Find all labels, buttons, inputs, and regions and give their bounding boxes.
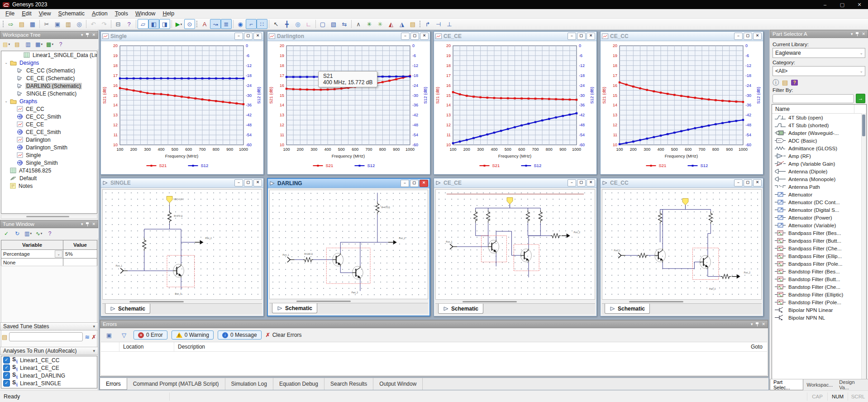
graph-canvas[interactable]: 10111213141516171819200-6-12-18-24-30-36… [434, 41, 596, 174]
part-item[interactable]: Antenna Path [772, 183, 866, 191]
tab-schematic[interactable]: Schematic [272, 303, 317, 313]
net-label-icon[interactable]: ⊣ [433, 19, 444, 29]
tree-item[interactable]: CE_CE (Schematic) [1, 74, 97, 82]
recalculate-icon[interactable]: ↻ [12, 229, 22, 238]
tree-item[interactable]: CE_CE [1, 120, 97, 128]
part-item[interactable]: Attenuator (Variable) [772, 221, 866, 229]
close-icon[interactable]: ✕ [420, 33, 429, 40]
schematic-canvas[interactable]: R=470 ΩPort_1R=180 ΩPort_2Part_3 [269, 190, 428, 299]
maximize-icon[interactable]: ▢ [834, 0, 851, 9]
collapse-icon[interactable]: ▾ [93, 349, 95, 353]
close-icon[interactable]: ✕ [587, 179, 595, 187]
close-icon[interactable]: ✕ [753, 179, 762, 187]
menu-action[interactable]: Action [88, 10, 111, 18]
tune-value-cell[interactable]: 5% [63, 250, 97, 258]
display-options-icon[interactable]: ▥▾ [23, 229, 33, 238]
properties-icon[interactable]: ▥ [23, 39, 33, 49]
part-item[interactable]: Bandpass Filter (Butt... [772, 237, 866, 244]
tree-item[interactable]: CE_CE_Smith [1, 128, 97, 136]
schematic-scrollbar[interactable] [102, 300, 262, 303]
delete-tune-state-icon[interactable]: ✗ [91, 334, 96, 340]
menu-edit[interactable]: Edit [18, 10, 35, 18]
tree-item[interactable]: CE_CC (Schematic) [1, 67, 97, 74]
tune-state-input[interactable] [9, 332, 83, 341]
menu-file[interactable]: File [2, 10, 18, 18]
menu-help[interactable]: Help [159, 10, 178, 18]
annotation-icon[interactable]: A [199, 19, 210, 29]
part-item[interactable]: Bandpass Filter (Ellip... [772, 252, 866, 260]
analysis-item[interactable]: ✓SijLinear1_SINGLE [1, 379, 97, 387]
part-item[interactable]: Bandpass Filter (Che... [772, 244, 866, 252]
right-dock-tab-1[interactable]: Part Selec... [770, 379, 803, 390]
part-item[interactable]: Attenuator (DC Cont... [772, 198, 866, 206]
tab-schematic[interactable]: Schematic [605, 304, 650, 314]
schematic-canvas[interactable]: Port_1Port_2 [435, 189, 595, 300]
child-window-titlebar[interactable]: SINGLE–▢✕ [101, 178, 263, 188]
zoom-tool-icon[interactable]: ◎ [292, 19, 303, 29]
zoom-window-icon[interactable]: ▢ [317, 19, 328, 29]
menu-view[interactable]: View [35, 10, 55, 18]
part-item[interactable]: Admittance (GLOSS) [772, 144, 866, 152]
schematic-scrollbar[interactable] [435, 300, 595, 303]
restore-icon[interactable]: ▢ [410, 33, 419, 40]
pan-view-icon[interactable]: ⇆ [339, 19, 350, 29]
schematic-scrollbar[interactable] [269, 299, 428, 303]
child-window-titlebar[interactable]: CE_CE–▢✕ [434, 178, 596, 188]
tune-tool-icon[interactable]: ↝ [210, 19, 221, 29]
copy-icon[interactable]: ▣ [52, 19, 63, 29]
dock-tab-errors[interactable]: Errors [100, 378, 127, 390]
tree-item[interactable]: Single [1, 151, 97, 159]
analysis-item[interactable]: ✓SijLinear1_CE_CE [1, 364, 97, 372]
menu-tools[interactable]: Tools [111, 10, 132, 18]
collapse-icon[interactable]: ▾ [93, 324, 95, 329]
tune-variable-cell[interactable]: Percentage⌄ [1, 250, 63, 258]
minimize-icon[interactable]: – [401, 33, 410, 40]
category-select[interactable]: <All> ⌄ [773, 66, 865, 76]
column-description[interactable]: Description [174, 342, 737, 351]
new-item-icon[interactable]: ▤▾ [1, 39, 11, 49]
error-count-button[interactable]: ✕0 Error [134, 330, 167, 340]
part-list-scrollbar[interactable] [861, 113, 866, 402]
menu-schematic[interactable]: Schematic [55, 10, 88, 18]
part-item[interactable]: Amp (RF) [772, 152, 866, 160]
part-item[interactable]: Amp (Variable Gain) [772, 160, 866, 168]
select-pointer-icon[interactable]: ↖ [271, 19, 281, 29]
child-window-titlebar[interactable]: CE_CE–▢✕ [434, 32, 596, 41]
ruler-icon[interactable]: ∟ [303, 19, 314, 29]
close-icon[interactable]: ✕ [253, 33, 262, 40]
help-icon[interactable]: ? [56, 39, 66, 49]
close-icon[interactable]: ✕ [753, 33, 762, 40]
pin-icon[interactable] [86, 33, 89, 38]
view-layout-icon[interactable]: ◉ [235, 19, 246, 29]
tree-item[interactable]: CE_CC_Smith [1, 113, 97, 120]
cascade-windows-icon[interactable]: ▱ [138, 19, 148, 29]
tile-vertical-icon[interactable]: ◨ [159, 19, 170, 29]
pin-icon[interactable] [756, 322, 759, 327]
part-item[interactable]: Bipolar NPN NL [772, 314, 866, 321]
part-item[interactable]: Attenuator (Digital S... [772, 206, 866, 214]
part-library-icon[interactable]: ▤ [407, 19, 418, 29]
warning-count-button[interactable]: 0 Warning [172, 330, 214, 340]
message-count-button[interactable]: i0 Message [218, 330, 262, 340]
tree-item[interactable]: DARLING (Schematic) [1, 82, 97, 90]
restore-icon[interactable]: ▢ [744, 179, 752, 187]
minimize-icon[interactable]: – [816, 0, 834, 9]
close-icon[interactable]: ✕ [587, 33, 595, 40]
ground-tool-icon[interactable]: ⊥ [444, 19, 455, 29]
find-replace-icon[interactable]: ◎ [74, 19, 85, 29]
equation-icon[interactable]: ≣ [221, 19, 232, 29]
child-window-titlebar[interactable]: CE_CC–▢✕ [601, 178, 763, 188]
close-icon[interactable]: ✕ [862, 32, 865, 36]
column-location[interactable]: Location [119, 342, 174, 351]
part-item[interactable]: Bandstop Filter (Che... [772, 283, 866, 291]
tree-item[interactable]: Default [1, 174, 97, 182]
minimize-icon[interactable]: – [734, 179, 743, 187]
child-window-titlebar[interactable]: Single–▢✕ [101, 32, 263, 41]
dock-tab-output-window[interactable]: Output Window [373, 378, 423, 390]
child-window-titlebar[interactable]: CE_CC–▢✕ [601, 32, 763, 41]
part-item[interactable]: ADC (Basic) [772, 137, 866, 144]
tree-horizontal-scrollbar[interactable] [1, 215, 97, 219]
close-icon[interactable]: ✕ [762, 322, 765, 326]
schematic-canvas[interactable]: Port_1Port_2Part_3 [602, 189, 762, 300]
close-icon[interactable]: ✕ [420, 180, 428, 187]
